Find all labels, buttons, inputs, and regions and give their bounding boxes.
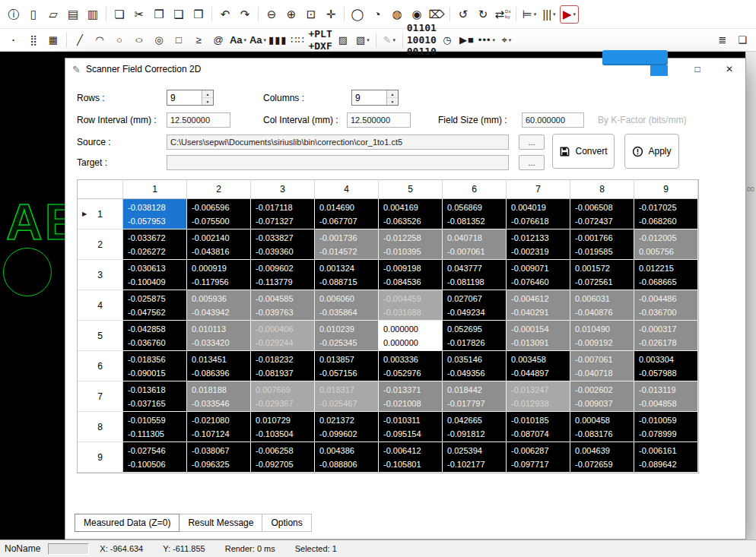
correction-cell[interactable]: -0.006412-0.105801 [379, 442, 443, 473]
hatch-icon[interactable]: ◍ [388, 5, 406, 24]
correction-cell[interactable]: -0.042858-0.036760 [123, 321, 187, 351]
correction-cell[interactable]: 0.001572-0.072561 [570, 260, 634, 290]
convert-button[interactable]: Convert [552, 134, 615, 169]
correction-cell[interactable]: -0.033672-0.026272 [123, 229, 187, 260]
delete-icon[interactable]: ⌦ [427, 5, 446, 24]
correction-cell[interactable]: -0.033827-0.039360 [251, 229, 315, 260]
correction-cell[interactable]: 0.027067-0.049234 [443, 290, 507, 321]
correction-cell[interactable]: 0.007669-0.029367 [251, 381, 315, 412]
pan-icon[interactable]: ✛ [322, 5, 340, 24]
column-header[interactable]: 4 [315, 180, 379, 199]
col-interval-input[interactable] [347, 112, 411, 128]
correction-cell[interactable]: -0.018232-0.081937 [251, 351, 315, 381]
correction-cell[interactable]: -0.010311-0.095154 [379, 412, 443, 442]
target-browse-button[interactable]: ... [519, 155, 545, 170]
column-header[interactable]: 1 [123, 180, 187, 199]
correction-cell[interactable]: 0.052695-0.017826 [443, 321, 507, 351]
spiral-tool-icon[interactable]: ◎ [150, 32, 168, 49]
ellipse-tool-icon[interactable]: ○ [130, 32, 148, 49]
bitmap-icon[interactable]: ▦ [44, 32, 62, 49]
new-file-icon[interactable]: ▯ [24, 5, 43, 24]
source-browse-button[interactable]: ... [519, 135, 545, 150]
zoom-window-icon[interactable]: ⊡ [302, 5, 320, 24]
row-header[interactable]: 2 [78, 229, 123, 260]
rows-input[interactable] [167, 90, 202, 105]
timer-icon[interactable]: ◷ [438, 32, 456, 49]
arc-tool-icon[interactable]: ◠ [91, 32, 109, 49]
correction-cell[interactable]: 0.003458-0.044897 [507, 351, 570, 381]
correction-cell[interactable]: 0.014690-0.067707 [315, 199, 379, 229]
column-header[interactable]: 9 [634, 180, 698, 199]
correction-cell[interactable]: 0.004169-0.063526 [379, 199, 443, 229]
dither-icon[interactable]: ∷∷ [288, 32, 307, 49]
rows-spinner[interactable]: ▲ ▼ [167, 90, 214, 106]
rotate-tool-icon[interactable]: ◔ [368, 5, 386, 24]
correction-cell[interactable]: 0.004386-0.088806 [315, 442, 379, 473]
row-header[interactable]: ▶1 [78, 199, 123, 229]
transform-dx-dy-icon[interactable]: ⇄Dx by [494, 5, 512, 24]
columns-spinner[interactable]: ▲ ▼ [351, 90, 399, 106]
column-header[interactable]: 6 [443, 180, 507, 199]
redo-icon[interactable]: ↻ [474, 5, 492, 24]
tab-result-message[interactable]: Result Message [179, 514, 262, 532]
correction-cell[interactable]: -0.030613-0.100409 [123, 260, 187, 290]
column-header[interactable]: 3 [251, 180, 315, 199]
columns-input[interactable] [352, 90, 386, 105]
correction-cell[interactable]: 0.003336-0.052976 [379, 351, 443, 381]
background-panel-button[interactable] [650, 65, 668, 76]
line-tool-icon[interactable]: ╱ [71, 32, 89, 49]
background-panel-button[interactable] [602, 50, 668, 65]
columns-up-icon[interactable]: ▲ [387, 90, 398, 98]
target-path-input[interactable] [167, 155, 509, 170]
object-list-icon[interactable]: ≣ [713, 32, 732, 49]
correction-cell[interactable]: -0.010185-0.087074 [507, 412, 570, 442]
correction-cell[interactable]: 0.010729-0.103504 [251, 412, 315, 442]
correction-cell[interactable]: 0.004019-0.076618 [507, 199, 570, 229]
correction-cell[interactable]: 0.018317-0.025467 [315, 381, 379, 412]
correction-cell[interactable]: -0.013371-0.021008 [379, 381, 443, 412]
correction-cell[interactable]: -0.007061-0.040718 [570, 351, 634, 381]
correction-cell[interactable]: 0.000919-0.117956 [187, 260, 251, 290]
correction-cell[interactable]: 0.056869-0.081352 [443, 199, 507, 229]
save-file-icon[interactable]: ▤ [64, 5, 82, 24]
correction-cell[interactable]: 0.000458-0.083176 [570, 412, 634, 442]
point-tool-icon[interactable]: · [5, 32, 23, 49]
correction-cell[interactable]: -0.001736-0.014572 [315, 229, 379, 260]
row-header[interactable]: 3 [78, 260, 123, 290]
correction-cell[interactable]: 0.035146-0.049356 [443, 351, 507, 381]
tab-options[interactable]: Options [262, 514, 311, 532]
column-header[interactable]: 8 [570, 180, 634, 199]
correction-cell[interactable]: -0.006161-0.089642 [634, 442, 698, 473]
apply-button[interactable]: Apply [624, 134, 679, 169]
more-tools-icon[interactable]: •••▾ [478, 32, 496, 49]
tab-measured-data-z-0[interactable]: Measured Data (Z=0) [75, 514, 179, 532]
open-file-icon[interactable]: ▱ [44, 5, 62, 24]
correction-cell[interactable]: -0.038067-0.096325 [187, 442, 251, 473]
correction-cell[interactable]: 0.043777-0.081198 [443, 260, 507, 290]
layers-icon[interactable]: ❏ [733, 32, 751, 49]
correction-cell[interactable]: -0.025875-0.047562 [123, 290, 187, 321]
distribute-icon[interactable]: |||▾ [540, 5, 558, 24]
undo-icon[interactable]: ↺ [454, 5, 472, 24]
correction-cell[interactable]: -0.018356-0.090015 [123, 351, 187, 381]
row-header[interactable]: 6 [78, 351, 123, 381]
correction-cell[interactable]: -0.006508-0.072437 [570, 199, 634, 229]
row-header[interactable]: 5 [78, 321, 123, 351]
correction-cell[interactable]: -0.002140-0.043816 [187, 229, 251, 260]
correction-cell[interactable]: -0.002602-0.009037 [570, 381, 634, 412]
circle-tool-icon[interactable]: ○ [110, 32, 129, 49]
correction-cell[interactable]: -0.0120050.005756 [634, 229, 698, 260]
correction-cell[interactable]: -0.017025-0.068260 [634, 199, 698, 229]
correction-cell[interactable]: 0.005936-0.043942 [187, 290, 251, 321]
correction-cell[interactable]: -0.000406-0.029244 [251, 321, 315, 351]
column-header[interactable]: 2 [187, 180, 251, 199]
field-size-input[interactable] [522, 112, 584, 128]
zoom-out-icon[interactable]: ⊖ [262, 5, 281, 24]
correction-cell[interactable]: 0.040718-0.007061 [443, 229, 507, 260]
run-stop-icon[interactable]: ▶■ [458, 32, 476, 49]
correction-cell[interactable]: -0.006287-0.097717 [507, 442, 570, 473]
correction-cell[interactable]: -0.004486-0.036700 [634, 290, 698, 321]
correction-cell[interactable]: -0.001766-0.019585 [570, 229, 634, 260]
row-header[interactable]: 9 [78, 442, 123, 473]
zoom-in-icon[interactable]: ⊕ [282, 5, 300, 24]
